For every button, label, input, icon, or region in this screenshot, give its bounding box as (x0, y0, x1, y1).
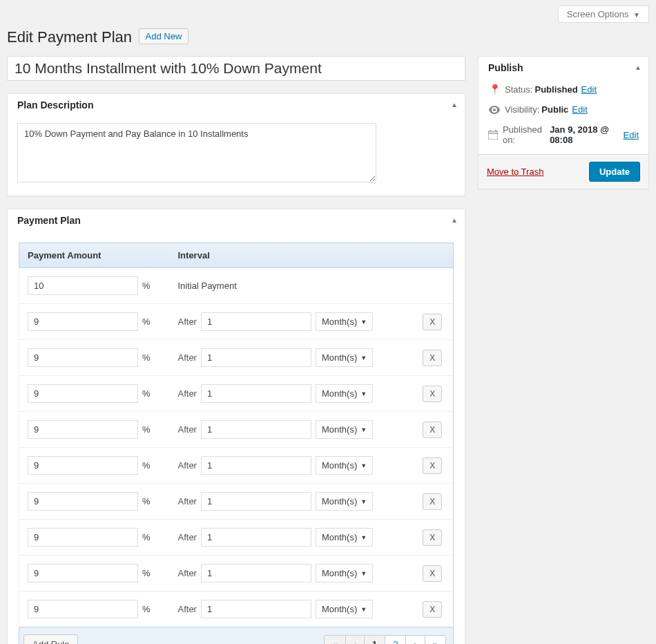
amount-input[interactable] (28, 528, 138, 547)
interval-input[interactable] (201, 348, 311, 367)
interval-input[interactable] (201, 420, 311, 439)
publish-box: Publish ▲ 📍 Status: Published Edit Vi (478, 56, 649, 189)
after-label: After (178, 532, 197, 542)
publish-heading: Publish (488, 62, 523, 73)
interval-unit-select[interactable]: Month(s)▼ (316, 384, 373, 403)
chevron-down-icon: ▼ (360, 319, 367, 325)
percent-label: % (142, 568, 151, 578)
payment-plan-box: Payment Plan ▲ Payment Amount Interval %… (7, 209, 465, 644)
interval-unit-select[interactable]: Month(s)▼ (316, 312, 373, 331)
table-row: %AfterMonth(s)▼X (19, 591, 454, 627)
after-label: After (178, 496, 197, 506)
plan-description-box: Plan Description ▲ (7, 93, 465, 196)
interval-unit-select[interactable]: Month(s)▼ (316, 564, 373, 583)
interval-input[interactable] (201, 456, 311, 475)
screen-options-label: Screen Options (567, 9, 629, 19)
pager-page[interactable]: 2 (385, 636, 406, 644)
edit-date-link[interactable]: Edit (624, 130, 639, 140)
percent-label: % (142, 604, 151, 614)
amount-input[interactable] (28, 600, 138, 618)
chevron-down-icon: ▼ (360, 354, 367, 361)
chevron-down-icon: ▼ (360, 390, 367, 397)
svg-rect-0 (488, 131, 498, 140)
remove-row-button[interactable]: X (423, 601, 442, 618)
plan-title-input[interactable] (7, 56, 465, 81)
interval-unit-select[interactable]: Month(s)▼ (316, 528, 373, 547)
after-label: After (178, 352, 197, 363)
edit-visibility-link[interactable]: Edit (572, 104, 587, 115)
interval-input[interactable] (201, 312, 311, 331)
pager-next[interactable]: › (406, 636, 425, 644)
interval-unit-select[interactable]: Month(s)▼ (316, 420, 373, 439)
pin-icon: 📍 (488, 84, 501, 95)
interval-input[interactable] (201, 384, 311, 403)
pager-last[interactable]: » (425, 636, 445, 644)
interval-unit-select[interactable]: Month(s)▼ (316, 456, 373, 475)
publish-visibility-value: Public (541, 104, 568, 115)
interval-input[interactable] (201, 528, 311, 547)
chevron-down-icon: ▼ (360, 462, 367, 469)
interval-unit-label: Month(s) (322, 496, 357, 506)
publish-visibility-label: Visibility: (505, 104, 539, 115)
remove-row-button[interactable]: X (423, 314, 442, 330)
amount-input[interactable] (28, 276, 138, 295)
amount-input[interactable] (28, 420, 138, 439)
interval-unit-label: Month(s) (322, 424, 357, 435)
remove-row-button[interactable]: X (423, 350, 442, 366)
percent-label: % (142, 316, 151, 327)
screen-options-button[interactable]: Screen Options ▼ (558, 6, 649, 23)
add-new-button[interactable]: Add New (139, 28, 189, 44)
move-to-trash-link[interactable]: Move to Trash (487, 167, 543, 177)
percent-label: % (142, 424, 151, 435)
publish-status-value: Published (534, 84, 577, 95)
amount-input[interactable] (28, 348, 138, 367)
collapse-toggle-icon[interactable]: ▲ (451, 101, 458, 108)
remove-row-button[interactable]: X (423, 386, 442, 402)
add-rule-label: Add Rule (32, 639, 69, 644)
pager-page[interactable]: 1 (365, 636, 385, 644)
edit-status-link[interactable]: Edit (581, 84, 597, 95)
table-row: %AfterMonth(s)▼X (19, 412, 454, 448)
column-header-interval: Interval (170, 243, 412, 268)
plan-description-textarea[interactable] (17, 123, 376, 182)
interval-input[interactable] (201, 564, 311, 583)
after-label: After (178, 460, 197, 471)
remove-row-button[interactable]: X (423, 457, 442, 474)
percent-label: % (142, 460, 151, 471)
amount-input[interactable] (28, 564, 138, 583)
remove-row-button[interactable]: X (423, 422, 442, 438)
chevron-down-icon: ▼ (360, 498, 367, 505)
add-new-label: Add New (146, 31, 182, 41)
table-row: %AfterMonth(s)▼X (19, 448, 454, 484)
chevron-down-icon: ▼ (360, 570, 367, 577)
interval-unit-select[interactable]: Month(s)▼ (316, 492, 373, 511)
collapse-toggle-icon[interactable]: ▲ (635, 64, 641, 71)
interval-input[interactable] (201, 600, 311, 618)
pagination: «‹12›» (324, 635, 446, 644)
amount-input[interactable] (28, 312, 138, 331)
interval-unit-select[interactable]: Month(s)▼ (316, 600, 373, 618)
percent-label: % (142, 496, 151, 506)
initial-payment-label: Initial Payment (178, 281, 237, 291)
remove-row-button[interactable]: X (423, 565, 442, 582)
table-row: %AfterMonth(s)▼X (19, 556, 454, 591)
collapse-toggle-icon[interactable]: ▲ (451, 216, 458, 224)
update-button[interactable]: Update (589, 162, 640, 182)
table-row: %AfterMonth(s)▼X (19, 484, 454, 520)
chevron-down-icon: ▼ (360, 606, 367, 613)
chevron-down-icon: ▼ (360, 534, 367, 541)
chevron-down-icon: ▼ (360, 426, 367, 433)
amount-input[interactable] (28, 492, 138, 511)
amount-input[interactable] (28, 456, 138, 475)
interval-input[interactable] (201, 492, 311, 511)
percent-label: % (142, 281, 151, 291)
remove-row-button[interactable]: X (423, 529, 442, 546)
chevron-down-icon: ▼ (633, 11, 640, 19)
after-label: After (178, 316, 197, 327)
interval-unit-select[interactable]: Month(s)▼ (316, 348, 373, 367)
publish-date-label: Published on: (503, 124, 548, 145)
amount-input[interactable] (28, 384, 138, 403)
add-rule-button[interactable]: Add Rule (23, 634, 78, 644)
remove-row-button[interactable]: X (423, 493, 442, 510)
pager-first: « (325, 636, 345, 644)
